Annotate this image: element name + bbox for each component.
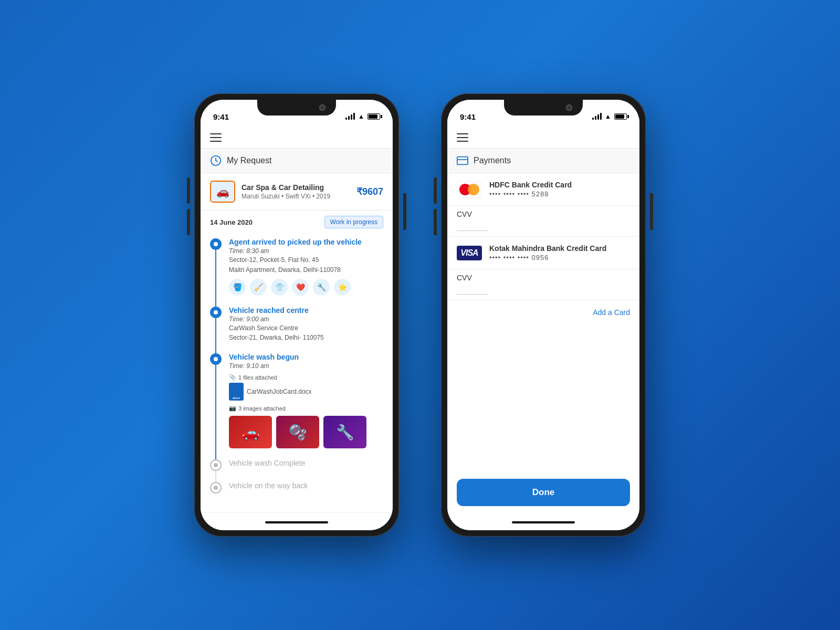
timeline-address-2a: CarWash Service Centre	[229, 324, 383, 333]
timeline-time-3: Time: 9:10 am	[229, 362, 383, 370]
add-card-row: Add a Card	[447, 300, 639, 324]
service-vehicle: Maruti Suzuki • Swift VXi • 2019	[242, 193, 330, 200]
timeline-content-5: Vehicle on the way back	[229, 481, 383, 494]
done-button[interactable]: Done	[457, 479, 630, 506]
timeline-title-1: Agent arrived to picked up the vehicle	[229, 238, 383, 246]
service-info: 🚗 Car Spa & Car Detailing Maruti Suzuki …	[210, 181, 330, 203]
timeline-time-2: Time: 9:00 am	[229, 316, 383, 323]
page-header-title-2: Payments	[474, 156, 511, 165]
visa-logo: VISA	[457, 246, 482, 260]
timeline-item-vehicle-reached: Vehicle reached centre Time: 9:00 am Car…	[210, 306, 383, 343]
work-status-badge: Work in progress	[324, 216, 383, 228]
service-icon-cloth: 👕	[271, 279, 288, 296]
timeline-address-1a: Sector-12, Pocket-5, Flat No. 45	[229, 256, 383, 265]
cvv-row-hdfc: CVV	[447, 206, 639, 237]
phone-2: 9:41 ▲	[441, 93, 646, 537]
page-header-1: My Request	[201, 149, 393, 173]
car-image-3[interactable]: 🔧	[323, 416, 366, 448]
timeline-dot-2	[210, 307, 222, 318]
hamburger-menu-1[interactable]	[210, 133, 383, 142]
kotak-bank-name: Kotak Mahindra Bank Credit Card	[489, 244, 630, 253]
timeline: Agent arrived to picked up the vehicle T…	[201, 234, 393, 512]
timeline-title-5: Vehicle on the way back	[229, 481, 383, 490]
files-count-label: 1 files attached	[238, 374, 277, 381]
signal-icon-2	[592, 113, 602, 120]
battery-icon-2	[614, 113, 627, 120]
add-card-link[interactable]: Add a Card	[593, 308, 630, 317]
files-label: 📎 1 files attached	[229, 374, 383, 381]
phone1-app-content[interactable]: My Request 🚗 Car Spa & Car Detailing Mar…	[201, 126, 393, 514]
cvv-input-hdfc[interactable]	[457, 218, 488, 231]
card-item-hdfc: HDFC Bank Credit Card •••• •••• •••• 528…	[447, 173, 639, 206]
page-header-2: Payments	[447, 149, 639, 173]
service-card: 🚗 Car Spa & Car Detailing Maruti Suzuki …	[201, 173, 393, 211]
hdfc-card-number: •••• •••• •••• 5288	[489, 190, 630, 198]
date-status-row: 14 June 2020 Work in progress	[201, 211, 393, 234]
service-icon-wash: 🪣	[229, 279, 246, 296]
wifi-icon-2: ▲	[605, 113, 611, 120]
car-image-2[interactable]: 🫧	[276, 416, 319, 448]
card-row-hdfc: HDFC Bank Credit Card •••• •••• •••• 528…	[457, 181, 630, 198]
service-icon-wrench: 🔧	[313, 279, 330, 296]
timeline-title-2: Vehicle reached centre	[229, 306, 383, 314]
cvv-input-kotak[interactable]	[457, 282, 488, 295]
status-icons-1: ▲	[345, 113, 380, 120]
done-btn-container: Done	[447, 470, 639, 514]
payments-content[interactable]: Payments HDFC Bank Credit Card •••• ••••…	[447, 126, 639, 470]
docx-filename: CarWashJobCard.docx	[247, 388, 312, 395]
card-row-kotak: VISA Kotak Mahindra Bank Credit Card •••…	[457, 244, 630, 261]
hamburger-menu-2[interactable]	[457, 133, 630, 142]
svg-rect-1	[457, 157, 468, 165]
timeline-content-2: Vehicle reached centre Time: 9:00 am Car…	[229, 306, 383, 343]
home-indicator-1	[201, 514, 393, 530]
timeline-dot-3	[210, 353, 222, 365]
status-icons-2: ▲	[592, 113, 627, 120]
car-image-1[interactable]: 🚗	[229, 416, 272, 448]
timeline-dot-5	[210, 482, 222, 494]
cvv-label-hdfc: CVV	[457, 210, 630, 218]
service-price: ₹9607	[356, 186, 383, 197]
timeline-content-4: Vehicle wash Complete	[229, 459, 383, 471]
page-header-title-1: My Request	[227, 156, 271, 165]
timeline-time-1: Time: 8:30 am	[229, 247, 383, 255]
app-header-1	[201, 126, 393, 149]
status-time-2: 9:41	[460, 112, 476, 121]
timeline-item-agent-arrived: Agent arrived to picked up the vehicle T…	[210, 238, 383, 296]
timeline-address-1b: Maitri Apartment, Dwarka, Delhi-110078	[229, 266, 383, 275]
phone-1: 9:41 ▲	[194, 93, 399, 537]
request-date: 14 June 2020	[210, 218, 253, 226]
timeline-content-3: Vehicle wash begun Time: 9:10 am 📎 1 fil…	[229, 353, 383, 448]
mastercard-logo	[457, 181, 482, 198]
status-time-1: 9:41	[213, 112, 229, 121]
service-icons-row: 🪣 🧹 👕 ❤️ 🔧 ⭐	[229, 279, 383, 296]
timeline-address-2b: Sector-21, Dwarka, Delhi- 110075	[229, 333, 383, 342]
wifi-icon: ▲	[358, 113, 364, 120]
home-indicator-2	[447, 514, 639, 530]
signal-icon	[345, 113, 355, 120]
timeline-item-wash-begun: Vehicle wash begun Time: 9:10 am 📎 1 fil…	[210, 353, 383, 448]
battery-icon	[368, 113, 380, 120]
hdfc-card-info: HDFC Bank Credit Card •••• •••• •••• 528…	[489, 181, 630, 198]
hdfc-bank-name: HDFC Bank Credit Card	[489, 181, 630, 189]
service-name: Car Spa & Car Detailing	[242, 183, 330, 192]
images-label: 📷 3 images attached	[229, 405, 383, 412]
timeline-dot-4	[210, 459, 222, 471]
timeline-title-3: Vehicle wash begun	[229, 353, 383, 361]
credit-card-icon	[457, 155, 468, 166]
service-icon: 🚗	[210, 181, 235, 203]
images-count-label: 3 images attached	[238, 405, 286, 412]
service-icon-clean: 🧹	[250, 279, 267, 296]
card-item-kotak: VISA Kotak Mahindra Bank Credit Card •••…	[447, 237, 639, 269]
app-header-2	[447, 126, 639, 149]
timeline-title-4: Vehicle wash Complete	[229, 459, 383, 467]
docx-file[interactable]: docx CarWashJobCard.docx	[229, 383, 383, 401]
timeline-content-1: Agent arrived to picked up the vehicle T…	[229, 238, 383, 296]
cvv-row-kotak: CVV	[447, 269, 639, 300]
clock-icon	[210, 155, 222, 166]
service-icon-heart: ❤️	[292, 279, 309, 296]
timeline-item-on-way: Vehicle on the way back	[210, 481, 383, 494]
kotak-card-number: •••• •••• •••• 0956	[489, 254, 630, 261]
cvv-label-kotak: CVV	[457, 274, 630, 282]
timeline-item-wash-complete: Vehicle wash Complete	[210, 459, 383, 471]
timeline-dot-1	[210, 238, 222, 250]
